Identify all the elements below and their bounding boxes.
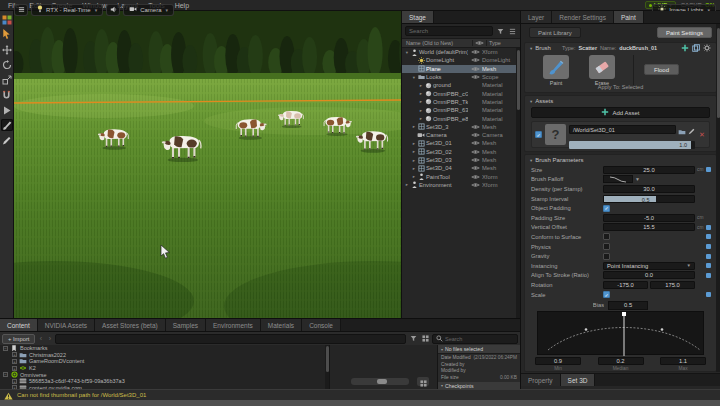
pen-tool-button[interactable]: [1, 134, 13, 146]
expand-icon[interactable]: −: [3, 346, 8, 351]
stage-row-omnipbr-e8beg[interactable]: ▸OmniPBR_e8BeGMaterial: [402, 114, 516, 122]
tree-item-k2[interactable]: +K2: [0, 365, 329, 372]
filter-icon[interactable]: [408, 335, 418, 342]
content-search-input[interactable]: Search: [432, 334, 518, 344]
curve-value-field[interactable]: 0.9: [535, 357, 581, 365]
play-tool-button[interactable]: [1, 104, 13, 116]
filter-icon[interactable]: [495, 28, 505, 35]
address-bar[interactable]: [55, 334, 406, 344]
tab-set-3d[interactable]: Set 3D: [561, 374, 596, 386]
rotate-tool-button[interactable]: [1, 59, 13, 71]
visibility-eye-icon[interactable]: [468, 66, 482, 72]
stage-row-world-defaultprim-[interactable]: ▾World (defaultPrim)Xform: [402, 48, 516, 56]
grid-view-icon[interactable]: [420, 335, 430, 342]
param-value-field[interactable]: 25.0: [603, 166, 695, 174]
stage-row-looks[interactable]: ▾LooksScope: [402, 73, 516, 81]
chevron-down-icon[interactable]: ▼: [635, 176, 640, 182]
param-checkbox[interactable]: [603, 243, 610, 250]
tree-item-gameroomdvcontent[interactable]: +GameRoomDVcontent: [0, 358, 329, 365]
stage-row-plane[interactable]: PlaneMesh: [402, 65, 516, 73]
visibility-eye-icon[interactable]: [468, 49, 482, 55]
tab-layer[interactable]: Layer: [521, 11, 552, 23]
thumbnail-size-slider[interactable]: [351, 378, 409, 385]
visibility-eye-icon[interactable]: [468, 174, 482, 180]
tab-materials[interactable]: Materials: [261, 319, 302, 331]
audio-button[interactable]: [106, 4, 120, 16]
per-stroke-toggle-icon[interactable]: [706, 167, 711, 172]
asset-weight-slider[interactable]: 1.0: [569, 141, 695, 149]
expand-icon[interactable]: −: [3, 372, 8, 377]
paint-tool-button[interactable]: [1, 119, 13, 131]
tab-asset-stores-beta-[interactable]: Asset Stores (beta): [95, 319, 166, 331]
per-stroke-toggle-icon[interactable]: [706, 244, 711, 249]
column-visibility[interactable]: [472, 40, 486, 46]
checkpoints-header[interactable]: ▾ Checkpoints: [438, 382, 520, 389]
stage-row-omnipbr-tk7itk[interactable]: ▸OmniPBR_Tk7iTkMaterial: [402, 98, 516, 106]
expand-icon[interactable]: +: [12, 352, 17, 357]
tab-content[interactable]: Content: [0, 319, 38, 331]
visibility-eye-icon[interactable]: [468, 74, 482, 80]
forward-icon[interactable]: ›: [46, 335, 53, 342]
remove-asset-icon[interactable]: ✕: [698, 131, 706, 139]
param-value-field[interactable]: 0.0: [603, 271, 695, 279]
tree-item-omniverse[interactable]: −Omniverse: [0, 371, 329, 378]
tab-stage[interactable]: Stage: [402, 11, 434, 23]
per-stroke-toggle-icon[interactable]: [706, 292, 711, 297]
scale-tool-button[interactable]: [1, 74, 13, 86]
tab-paint[interactable]: Paint: [614, 11, 644, 23]
tab-render-settings[interactable]: Render Settings: [552, 11, 614, 23]
curve-value-field[interactable]: 0.2: [598, 357, 644, 365]
param-slider[interactable]: 0.5: [603, 195, 695, 203]
stage-row-environment[interactable]: ▸EnvironmentXform: [402, 181, 516, 189]
view-toggle-button[interactable]: [417, 377, 429, 386]
param-min-field[interactable]: -175.0: [603, 281, 648, 289]
per-stroke-toggle-icon[interactable]: [706, 254, 711, 259]
tree-item-586853a3-c6df-4743-bf59-09a36b37a3[interactable]: +586853a3-c6df-4743-bf59-09a36b37a3: [0, 378, 329, 385]
stage-row-set3d-04[interactable]: ▸Set3D_04Mesh: [402, 164, 516, 172]
erase-tool-button[interactable]: [589, 55, 615, 79]
stage-row-domelight[interactable]: DomeLightDomeLight: [402, 56, 516, 64]
scale-curve-editor[interactable]: [537, 311, 704, 355]
visibility-eye-icon[interactable]: [468, 140, 482, 146]
param-value-field[interactable]: 30.0: [603, 185, 695, 193]
stage-row-omnipbr-63leda[interactable]: ▸OmniPBR_63leDaMaterial: [402, 106, 516, 114]
param-value-field[interactable]: -5.0: [603, 214, 695, 222]
stage-row-set3d-3[interactable]: ▸Set3D_3Mesh: [402, 123, 516, 131]
falloff-curve-preview[interactable]: [603, 175, 633, 183]
viewport-menu-button[interactable]: [14, 4, 28, 16]
stage-row-omnipbr-cgrea[interactable]: ▸OmniPBR_cGreaMaterial: [402, 89, 516, 97]
tree-item-bookmarks[interactable]: −Bookmarks: [0, 345, 329, 352]
asset-row[interactable]: ? /World/Set3D_01 1.0 ✕: [531, 121, 710, 148]
details-header[interactable]: ▾ No files selected: [438, 345, 520, 354]
tab-console[interactable]: Console: [302, 319, 341, 331]
paint-panel-scrollbar[interactable]: [716, 24, 720, 372]
param-value-field[interactable]: 15.5: [603, 223, 695, 231]
stage-row-set3d-01[interactable]: ▸Set3D_01Mesh: [402, 139, 516, 147]
param-checkbox[interactable]: [603, 205, 610, 212]
brush-parameters-header[interactable]: ▾ Brush Parameters: [525, 155, 716, 165]
visibility-eye-icon[interactable]: [468, 124, 482, 130]
paint-settings-button[interactable]: Paint Settings: [657, 27, 712, 38]
flood-button[interactable]: Flood: [644, 64, 679, 75]
visibility-eye-icon[interactable]: [468, 165, 482, 171]
per-stroke-toggle-icon[interactable]: [706, 263, 711, 268]
tab-property[interactable]: Property: [521, 374, 561, 386]
visibility-eye-icon[interactable]: [468, 157, 482, 163]
column-type[interactable]: Type: [486, 40, 520, 46]
folder-icon[interactable]: [678, 121, 686, 139]
param-checkbox[interactable]: [603, 291, 610, 298]
brush-section-header[interactable]: ▾ Brush Type: Scatter Name: duckBrush_01: [525, 43, 716, 53]
asset-path-field[interactable]: /World/Set3D_01: [569, 125, 676, 134]
snap-tool-button[interactable]: [1, 89, 13, 101]
curve-value-field[interactable]: 1.1: [660, 357, 706, 365]
param-checkbox[interactable]: [603, 253, 610, 260]
tab-environments[interactable]: Environments: [206, 319, 261, 331]
column-name[interactable]: Name (Old to New): [402, 40, 472, 46]
import-button[interactable]: + Import: [2, 334, 35, 344]
content-tree-scrollbar[interactable]: [325, 345, 329, 389]
per-stroke-toggle-icon[interactable]: [706, 273, 711, 278]
tree-item-christmas2022[interactable]: +Christmas2022: [0, 352, 329, 359]
viewport[interactable]: [14, 11, 401, 318]
stage-search-input[interactable]: Search: [405, 26, 493, 36]
bias-field[interactable]: 0.5: [608, 301, 648, 310]
